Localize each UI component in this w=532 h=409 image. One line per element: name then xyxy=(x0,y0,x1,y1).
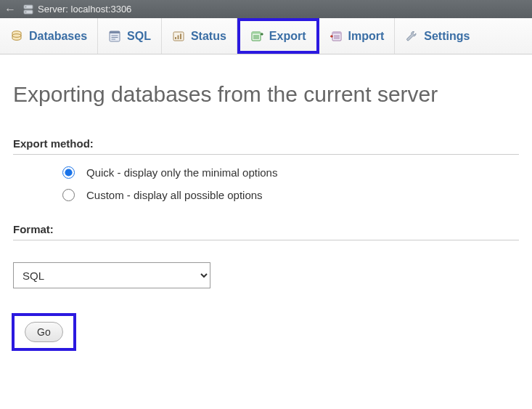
tab-label: Export xyxy=(269,30,306,43)
radio-custom[interactable] xyxy=(62,189,75,201)
export-method-heading: Export method: xyxy=(13,137,519,150)
radio-custom-label[interactable]: Custom - display all possible options xyxy=(86,189,263,201)
svg-rect-14 xyxy=(180,33,181,39)
wrench-icon xyxy=(405,30,418,43)
tab-label: Import xyxy=(348,30,385,43)
import-icon xyxy=(330,30,343,43)
svg-rect-21 xyxy=(332,32,341,34)
svg-point-3 xyxy=(25,11,27,12)
format-section: Format: SQL xyxy=(13,223,519,288)
radio-row-quick: Quick - display only the minimal options xyxy=(62,166,519,179)
tab-settings[interactable]: Settings xyxy=(395,18,480,54)
status-icon xyxy=(172,30,185,43)
radio-quick[interactable] xyxy=(62,166,75,179)
server-label: Server: localhost:3306 xyxy=(38,4,131,15)
radio-quick-label[interactable]: Quick - display only the minimal options xyxy=(86,166,277,179)
section-rule xyxy=(13,154,519,155)
tab-export[interactable]: Export xyxy=(237,18,319,54)
tab-import[interactable]: Import xyxy=(319,18,396,54)
server-bar: ← Server: localhost:3306 xyxy=(0,0,532,18)
radio-row-custom: Custom - display all possible options xyxy=(62,189,519,201)
tab-status[interactable]: Status xyxy=(162,18,237,54)
back-arrow-icon[interactable]: ← xyxy=(4,3,16,16)
server-icon xyxy=(23,4,33,15)
tab-bar: Databases SQL Status xyxy=(0,18,532,54)
svg-rect-13 xyxy=(177,35,179,39)
format-select[interactable]: SQL xyxy=(13,262,210,288)
go-highlight-box: Go xyxy=(12,313,76,351)
tab-label: SQL xyxy=(127,30,151,43)
tab-sql[interactable]: SQL xyxy=(98,18,162,54)
svg-rect-7 xyxy=(110,31,120,33)
export-method-options: Quick - display only the minimal options… xyxy=(13,166,519,201)
svg-rect-12 xyxy=(175,37,176,39)
svg-rect-16 xyxy=(252,32,261,34)
database-icon xyxy=(10,30,23,43)
tab-label: Status xyxy=(191,30,226,43)
export-icon xyxy=(250,30,263,43)
page-content: Exporting databases from the current ser… xyxy=(0,54,532,367)
go-button[interactable]: Go xyxy=(25,322,63,342)
sql-icon xyxy=(108,30,121,43)
format-heading: Format: xyxy=(13,223,519,235)
tab-label: Settings xyxy=(424,30,470,43)
tab-label: Databases xyxy=(29,30,87,43)
svg-point-2 xyxy=(25,6,27,7)
section-rule xyxy=(13,240,519,240)
tab-databases[interactable]: Databases xyxy=(0,18,98,54)
page-title: Exporting databases from the current ser… xyxy=(13,82,519,107)
